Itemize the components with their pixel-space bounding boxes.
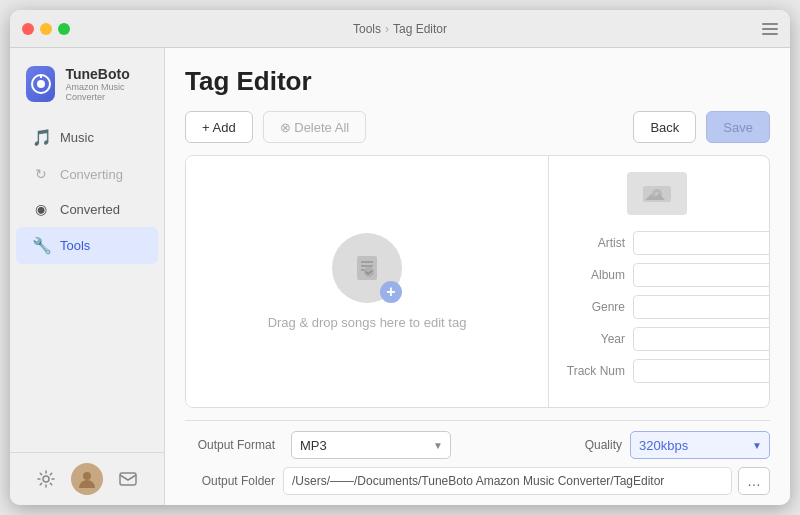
output-folder-path: /Users/——/Documents/TuneBoto Amazon Musi… <box>283 467 732 495</box>
drop-zone[interactable]: + Drag & drop songs here to edit tag <box>186 156 549 407</box>
album-art <box>627 172 687 215</box>
traffic-lights <box>22 23 70 35</box>
toolbar: + Add ⊗ Delete All Back Save <box>185 111 770 143</box>
svg-rect-5 <box>120 473 136 485</box>
breadcrumb-parent[interactable]: Tools <box>353 22 381 36</box>
quality-wrapper[interactable]: 320kbps 256kbps 192kbps 128kbps ▼ <box>630 431 770 459</box>
breadcrumb: Tools › Tag Editor <box>353 22 447 36</box>
album-input[interactable] <box>633 263 770 287</box>
back-button[interactable]: Back <box>633 111 696 143</box>
music-icon: 🎵 <box>32 128 50 147</box>
sidebar-item-converted-label: Converted <box>60 202 120 217</box>
save-button[interactable]: Save <box>706 111 770 143</box>
track-num-field-row: Track Num <box>561 359 753 383</box>
genre-input[interactable] <box>633 295 770 319</box>
app-window: Tools › Tag Editor TuneBoto <box>10 10 790 505</box>
drop-icon: + <box>332 233 402 303</box>
close-button[interactable] <box>22 23 34 35</box>
add-button[interactable]: + Add <box>185 111 253 143</box>
maximize-button[interactable] <box>58 23 70 35</box>
sidebar-footer <box>10 452 164 505</box>
album-field-row: Album <box>561 263 753 287</box>
track-num-label: Track Num <box>561 364 625 378</box>
sidebar-item-converting: ↻ Converting <box>16 157 158 191</box>
year-field-row: Year <box>561 327 753 351</box>
output-format-select[interactable]: MP3 AAC FLAC WAV <box>291 431 451 459</box>
titlebar: Tools › Tag Editor <box>10 10 790 48</box>
sidebar-item-converted[interactable]: ◉ Converted <box>16 192 158 226</box>
mail-button[interactable] <box>112 463 144 495</box>
svg-point-1 <box>37 80 45 88</box>
output-folder-label: Output Folder <box>185 474 275 488</box>
avatar[interactable] <box>71 463 103 495</box>
app-subtitle: Amazon Music Converter <box>65 82 148 102</box>
app-name: TuneBoto <box>65 66 148 82</box>
breadcrumb-current: Tag Editor <box>393 22 447 36</box>
app-name-block: TuneBoto Amazon Music Converter <box>65 66 148 102</box>
year-input[interactable] <box>633 327 770 351</box>
track-num-input[interactable] <box>633 359 770 383</box>
main-layout: TuneBoto Amazon Music Converter 🎵 Music … <box>10 48 790 505</box>
genre-field-row: Genre <box>561 295 753 319</box>
quality-group: Quality 320kbps 256kbps 192kbps 128kbps … <box>585 431 770 459</box>
sidebar-item-music-label: Music <box>60 130 94 145</box>
folder-path-text: /Users/——/Documents/TuneBoto Amazon Musi… <box>292 474 664 488</box>
svg-point-3 <box>43 476 49 482</box>
artist-field-row: Artist <box>561 231 753 255</box>
svg-point-4 <box>83 472 91 480</box>
artist-label: Artist <box>561 236 625 250</box>
settings-button[interactable] <box>30 463 62 495</box>
artist-input[interactable] <box>633 231 770 255</box>
output-format-wrapper[interactable]: MP3 AAC FLAC WAV ▼ <box>291 431 451 459</box>
app-logo-icon <box>26 66 55 102</box>
page-title: Tag Editor <box>185 66 770 97</box>
delete-all-button[interactable]: ⊗ Delete All <box>263 111 367 143</box>
folder-row: Output Folder /Users/——/Documents/TuneBo… <box>185 467 770 495</box>
tools-icon: 🔧 <box>32 236 50 255</box>
add-icon: + <box>380 281 402 303</box>
sidebar-item-tools[interactable]: 🔧 Tools <box>16 227 158 264</box>
quality-label: Quality <box>585 438 622 452</box>
quality-select[interactable]: 320kbps 256kbps 192kbps 128kbps <box>630 431 770 459</box>
browse-icon: … <box>747 473 761 489</box>
format-row: Output Format MP3 AAC FLAC WAV ▼ Quality <box>185 431 770 459</box>
minimize-button[interactable] <box>40 23 52 35</box>
sidebar-item-music[interactable]: 🎵 Music <box>16 119 158 156</box>
converted-icon: ◉ <box>32 201 50 217</box>
year-label: Year <box>561 332 625 346</box>
album-label: Album <box>561 268 625 282</box>
converting-icon: ↻ <box>32 166 50 182</box>
breadcrumb-separator: › <box>385 22 389 36</box>
app-logo: TuneBoto Amazon Music Converter <box>10 56 164 118</box>
sidebar-item-converting-label: Converting <box>60 167 123 182</box>
tag-fields-panel: Artist Album Genre Year <box>549 156 769 407</box>
bottom-bar: Output Format MP3 AAC FLAC WAV ▼ Quality <box>185 420 770 505</box>
content-area: Tag Editor + Add ⊗ Delete All Back Save <box>165 48 790 505</box>
sidebar-nav: 🎵 Music ↻ Converting ◉ Converted 🔧 Tools <box>10 118 164 452</box>
sidebar-item-tools-label: Tools <box>60 238 90 253</box>
output-format-label: Output Format <box>185 438 275 452</box>
menu-button[interactable] <box>762 23 778 35</box>
genre-label: Genre <box>561 300 625 314</box>
drop-hint: Drag & drop songs here to edit tag <box>268 315 467 330</box>
folder-browse-button[interactable]: … <box>738 467 770 495</box>
sidebar: TuneBoto Amazon Music Converter 🎵 Music … <box>10 48 165 505</box>
tag-editor-area: + Drag & drop songs here to edit tag <box>185 155 770 408</box>
